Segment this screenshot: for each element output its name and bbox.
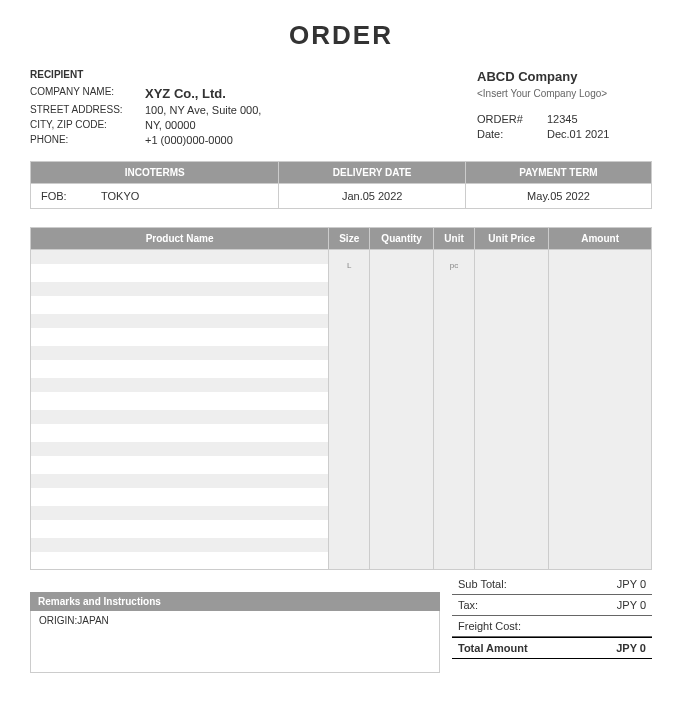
item-size bbox=[329, 346, 370, 378]
item-size bbox=[329, 538, 370, 570]
item-code bbox=[31, 378, 329, 392]
item-amount bbox=[549, 538, 652, 570]
item-amount bbox=[549, 442, 652, 474]
recipient-street-value: 100, NY Ave, Suite 000, bbox=[145, 104, 477, 116]
payment-cell: May.05 2022 bbox=[466, 184, 652, 209]
table-row-code bbox=[31, 410, 652, 424]
table-row-code bbox=[31, 506, 652, 520]
item-code bbox=[31, 346, 329, 360]
item-unit bbox=[434, 346, 475, 378]
col-unit-header: Unit bbox=[434, 228, 475, 250]
order-date-label: Date: bbox=[477, 128, 547, 140]
incoterms-header: INCOTERMS bbox=[31, 162, 279, 184]
terms-table: INCOTERMS DELIVERY DATE PAYMENT TERM FOB… bbox=[30, 161, 652, 209]
table-row-code bbox=[31, 538, 652, 552]
item-qty bbox=[370, 442, 434, 474]
item-size bbox=[329, 474, 370, 506]
item-size bbox=[329, 378, 370, 410]
item-code bbox=[31, 410, 329, 424]
item-name bbox=[31, 392, 329, 410]
recipient-company-row: COMPANY NAME: XYZ Co., Ltd. bbox=[30, 86, 477, 101]
col-price-header: Unit Price bbox=[475, 228, 549, 250]
col-qty-header: Quantity bbox=[370, 228, 434, 250]
item-amount bbox=[549, 410, 652, 442]
item-name bbox=[31, 488, 329, 506]
item-size bbox=[329, 314, 370, 346]
payment-header: PAYMENT TERM bbox=[466, 162, 652, 184]
item-name bbox=[31, 264, 329, 282]
item-amount bbox=[549, 346, 652, 378]
remarks-header: Remarks and Instructions bbox=[30, 592, 440, 611]
subtotal-row: Sub Total: JPY 0 bbox=[452, 574, 652, 595]
incoterm-type: FOB: bbox=[41, 190, 91, 202]
item-qty bbox=[370, 314, 434, 346]
item-price bbox=[475, 538, 549, 570]
total-label: Total Amount bbox=[458, 642, 528, 654]
item-price bbox=[475, 314, 549, 346]
item-name bbox=[31, 520, 329, 538]
item-name bbox=[31, 328, 329, 346]
order-number-row: ORDER# 12345 bbox=[477, 113, 652, 125]
total-value: JPY 0 bbox=[616, 642, 646, 654]
incoterms-cell: FOB: TOKYO bbox=[31, 184, 279, 209]
item-unit bbox=[434, 378, 475, 410]
recipient-street-label: STREET ADDRESS: bbox=[30, 104, 145, 116]
order-number-value: 12345 bbox=[547, 113, 578, 125]
item-unit bbox=[434, 538, 475, 570]
item-price bbox=[475, 506, 549, 538]
item-amount bbox=[549, 378, 652, 410]
total-row: Total Amount JPY 0 bbox=[452, 637, 652, 659]
item-size bbox=[329, 282, 370, 314]
tax-row: Tax: JPY 0 bbox=[452, 595, 652, 616]
table-row-code bbox=[31, 442, 652, 456]
freight-label: Freight Cost: bbox=[458, 620, 521, 632]
item-name bbox=[31, 552, 329, 570]
item-price bbox=[475, 282, 549, 314]
item-unit bbox=[434, 474, 475, 506]
item-code bbox=[31, 314, 329, 328]
item-qty bbox=[370, 538, 434, 570]
item-code bbox=[31, 250, 329, 264]
item-qty bbox=[370, 250, 434, 282]
table-row-code bbox=[31, 474, 652, 488]
item-amount bbox=[549, 314, 652, 346]
item-unit bbox=[434, 282, 475, 314]
logo-placeholder: <Insert Your Company Logo> bbox=[477, 88, 652, 99]
item-name bbox=[31, 456, 329, 474]
company-name: ABCD Company bbox=[477, 69, 652, 84]
item-unit bbox=[434, 314, 475, 346]
item-qty bbox=[370, 506, 434, 538]
item-amount bbox=[549, 506, 652, 538]
incoterm-place: TOKYO bbox=[91, 190, 268, 202]
item-name bbox=[31, 424, 329, 442]
bottom-section: Remarks and Instructions ORIGIN:JAPAN Su… bbox=[30, 574, 652, 673]
order-date-row: Date: Dec.01 2021 bbox=[477, 128, 652, 140]
table-row-code bbox=[31, 282, 652, 296]
recipient-phone-value: +1 (000)000-0000 bbox=[145, 134, 477, 146]
recipient-phone-label: PHONE: bbox=[30, 134, 145, 146]
item-qty bbox=[370, 346, 434, 378]
item-unit bbox=[434, 410, 475, 442]
item-size bbox=[329, 506, 370, 538]
item-unit bbox=[434, 506, 475, 538]
recipient-company-value: XYZ Co., Ltd. bbox=[145, 86, 477, 101]
freight-row: Freight Cost: bbox=[452, 616, 652, 637]
recipient-city-value: NY, 00000 bbox=[145, 119, 477, 131]
item-price bbox=[475, 378, 549, 410]
item-price bbox=[475, 250, 549, 282]
item-qty bbox=[370, 474, 434, 506]
item-code bbox=[31, 538, 329, 552]
delivery-header: DELIVERY DATE bbox=[279, 162, 466, 184]
subtotal-label: Sub Total: bbox=[458, 578, 507, 590]
totals-block: Sub Total: JPY 0 Tax: JPY 0 Freight Cost… bbox=[452, 574, 652, 673]
tax-value: JPY 0 bbox=[617, 599, 646, 611]
delivery-cell: Jan.05 2022 bbox=[279, 184, 466, 209]
item-name bbox=[31, 296, 329, 314]
tax-label: Tax: bbox=[458, 599, 478, 611]
remarks-body: ORIGIN:JAPAN bbox=[30, 611, 440, 673]
remarks-block: Remarks and Instructions ORIGIN:JAPAN bbox=[30, 574, 440, 673]
item-amount bbox=[549, 474, 652, 506]
item-name bbox=[31, 360, 329, 378]
subtotal-value: JPY 0 bbox=[617, 578, 646, 590]
item-code bbox=[31, 474, 329, 488]
